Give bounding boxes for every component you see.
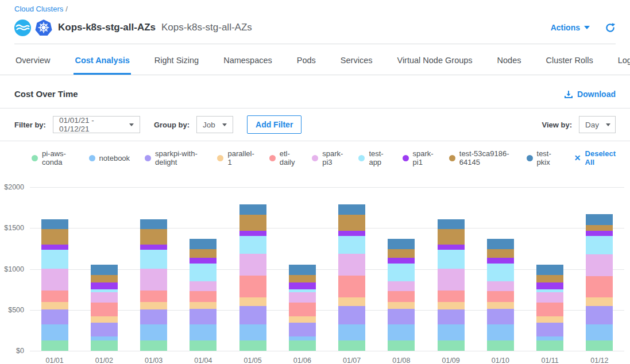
bar-segment-sparkpi-with-delight[interactable] <box>438 309 465 324</box>
legend-item-pi-aws-conda[interactable]: pi-aws-conda <box>32 149 74 166</box>
bar-segment-pi-aws-conda[interactable] <box>140 340 167 351</box>
bar-segment-spark-pi1[interactable] <box>289 282 316 289</box>
actions-button[interactable]: Actions <box>551 23 590 32</box>
bar-segment-test-pkix[interactable] <box>140 219 167 229</box>
bar-segment-sparkpi-with-delight[interactable] <box>140 309 167 324</box>
bar-segment-test-53ca9186-64145[interactable] <box>190 249 217 257</box>
bar-segment-spark-pi3[interactable] <box>190 281 217 291</box>
tab-right-sizing[interactable]: Right Sizing <box>153 44 200 75</box>
bar-segment-parallel-1[interactable] <box>586 297 613 306</box>
bar-segment-spark-pi1[interactable] <box>536 282 563 289</box>
bar-segment-test-53ca9186-64145[interactable] <box>289 275 316 282</box>
bar-segment-notebook[interactable] <box>586 324 613 341</box>
bar-segment-sparkpi-with-delight[interactable] <box>41 309 68 324</box>
bar-segment-test-pkix[interactable] <box>91 265 118 276</box>
bar-segment-pi-aws-conda[interactable] <box>388 340 415 351</box>
bar-segment-pi-aws-conda[interactable] <box>586 340 613 351</box>
bar-segment-test-pkix[interactable] <box>239 204 266 215</box>
bar-segment-sparkpi-with-delight[interactable] <box>338 306 365 324</box>
bar-segment-etl-daily[interactable] <box>91 303 118 316</box>
bar-segment-notebook[interactable] <box>289 336 316 340</box>
bar-segment-notebook[interactable] <box>91 336 118 340</box>
bar-01/07[interactable] <box>338 204 365 351</box>
bar-segment-pi-aws-conda[interactable] <box>190 340 217 351</box>
bar-segment-spark-pi1[interactable] <box>487 258 514 264</box>
bar-segment-sparkpi-with-delight[interactable] <box>91 323 118 336</box>
bar-segment-notebook[interactable] <box>487 324 514 341</box>
bar-segment-pi-aws-conda[interactable] <box>289 340 316 351</box>
bar-segment-notebook[interactable] <box>438 324 465 341</box>
breadcrumb-cloud-clusters-link[interactable]: Cloud Clusters <box>14 5 63 13</box>
bar-segment-spark-pi3[interactable] <box>388 281 415 291</box>
bar-segment-pi-aws-conda[interactable] <box>487 340 514 351</box>
bar-segment-etl-daily[interactable] <box>487 291 514 302</box>
legend-item-spark-pi3[interactable]: spark-pi3 <box>312 149 343 166</box>
bar-segment-sparkpi-with-delight[interactable] <box>487 309 514 324</box>
download-button[interactable]: Download <box>564 90 616 99</box>
bar-segment-sparkpi-with-delight[interactable] <box>536 323 563 336</box>
refresh-button[interactable] <box>605 22 616 33</box>
view-by-dropdown[interactable]: Day <box>579 116 616 133</box>
bar-segment-etl-daily[interactable] <box>536 303 563 316</box>
bar-01/04[interactable] <box>190 239 217 351</box>
bar-segment-spark-pi1[interactable] <box>41 245 68 250</box>
bar-segment-spark-pi1[interactable] <box>438 245 465 250</box>
bar-segment-pi-aws-conda[interactable] <box>338 340 365 351</box>
bar-segment-spark-pi1[interactable] <box>239 231 266 236</box>
bar-segment-etl-daily[interactable] <box>338 276 365 297</box>
bar-segment-notebook[interactable] <box>140 324 167 341</box>
bar-segment-test-53ca9186-64145[interactable] <box>586 225 613 231</box>
bar-segment-spark-pi3[interactable] <box>438 269 465 291</box>
tab-overview[interactable]: Overview <box>14 44 51 75</box>
tab-cost-analysis[interactable]: Cost Analysis <box>74 44 130 75</box>
bar-segment-test-53ca9186-64145[interactable] <box>536 275 563 282</box>
bar-segment-test-53ca9186-64145[interactable] <box>41 229 68 245</box>
legend-item-test-app[interactable]: test-app <box>358 149 387 166</box>
bar-segment-notebook[interactable] <box>388 324 415 341</box>
bar-segment-parallel-1[interactable] <box>289 316 316 323</box>
bar-segment-sparkpi-with-delight[interactable] <box>388 309 415 324</box>
bar-segment-test-app[interactable] <box>41 250 68 269</box>
bar-01/03[interactable] <box>140 219 167 351</box>
bar-segment-test-pkix[interactable] <box>41 219 68 229</box>
legend-item-sparkpi-with-delight[interactable]: sparkpi-with-delight <box>145 149 202 166</box>
bar-segment-parallel-1[interactable] <box>536 316 563 323</box>
bar-segment-spark-pi3[interactable] <box>536 292 563 303</box>
bar-segment-test-app[interactable] <box>239 236 266 254</box>
tab-namespaces[interactable]: Namespaces <box>222 44 273 75</box>
bar-segment-parallel-1[interactable] <box>41 302 68 310</box>
bar-segment-test-app[interactable] <box>140 250 167 269</box>
legend-item-etl-daily[interactable]: etl-daily <box>269 149 297 166</box>
bar-segment-etl-daily[interactable] <box>41 291 68 302</box>
bar-segment-etl-daily[interactable] <box>239 276 266 297</box>
bar-segment-test-app[interactable] <box>586 236 613 254</box>
bar-segment-pi-aws-conda[interactable] <box>239 340 266 351</box>
bar-segment-test-pkix[interactable] <box>388 239 415 250</box>
bar-segment-parallel-1[interactable] <box>190 302 217 308</box>
bar-segment-sparkpi-with-delight[interactable] <box>289 323 316 336</box>
bar-segment-test-app[interactable] <box>190 264 217 281</box>
bar-segment-parallel-1[interactable] <box>487 302 514 308</box>
bar-segment-test-53ca9186-64145[interactable] <box>239 215 266 231</box>
bar-01/08[interactable] <box>388 239 415 351</box>
bar-segment-test-53ca9186-64145[interactable] <box>487 249 514 257</box>
bar-segment-test-app[interactable] <box>388 264 415 281</box>
tab-log[interactable]: Log <box>617 44 630 75</box>
bar-segment-spark-pi3[interactable] <box>239 254 266 276</box>
bar-segment-spark-pi3[interactable] <box>140 269 167 291</box>
bar-01/12[interactable] <box>586 214 613 351</box>
bar-segment-test-pkix[interactable] <box>536 265 563 276</box>
bar-segment-sparkpi-with-delight[interactable] <box>586 306 613 324</box>
tab-nodes[interactable]: Nodes <box>496 44 523 75</box>
bar-segment-pi-aws-conda[interactable] <box>536 340 563 351</box>
bar-segment-spark-pi3[interactable] <box>338 254 365 276</box>
bar-segment-parallel-1[interactable] <box>91 316 118 323</box>
bar-segment-test-53ca9186-64145[interactable] <box>338 215 365 231</box>
bar-segment-notebook[interactable] <box>190 324 217 341</box>
bar-segment-test-app[interactable] <box>338 236 365 254</box>
add-filter-button[interactable]: Add Filter <box>247 115 302 134</box>
bar-segment-test-app[interactable] <box>487 264 514 281</box>
tab-virtual-node-groups[interactable]: Virtual Node Groups <box>396 44 473 75</box>
bar-segment-test-53ca9186-64145[interactable] <box>91 275 118 282</box>
bar-segment-sparkpi-with-delight[interactable] <box>239 306 266 324</box>
